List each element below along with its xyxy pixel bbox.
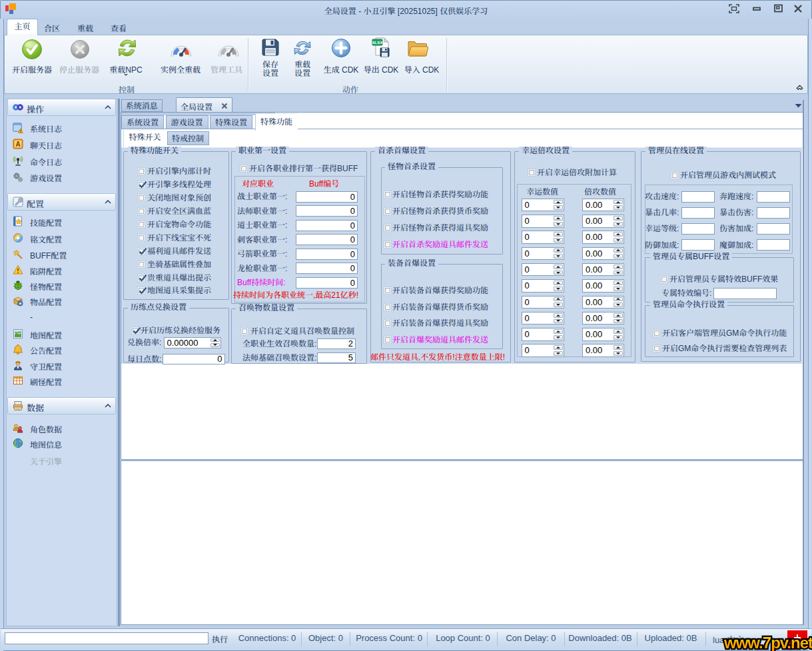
svg-text:A: A — [15, 141, 20, 148]
svg-text:XLSX: XLSX — [372, 40, 383, 45]
